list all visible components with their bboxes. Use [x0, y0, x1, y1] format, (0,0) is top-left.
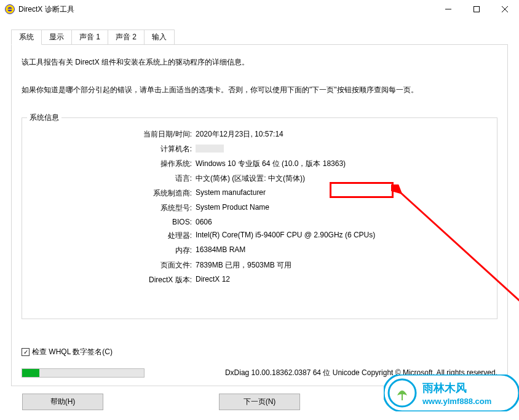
next-page-button[interactable]: 下一页(N) [219, 394, 300, 410]
svg-rect-4 [474, 7, 480, 12]
window-controls [434, 0, 519, 18]
tab-display[interactable]: 显示 [42, 30, 72, 44]
intro-text-2: 如果你知道是哪个部分引起的错误，请单击上面适当的选项卡。否则，你可以使用下面的"… [22, 85, 497, 95]
progress-bar [22, 368, 145, 378]
row-datetime: 当前日期/时间: 2020年12月23日, 10:57:14 [30, 129, 489, 140]
system-info-group: 系统信息 当前日期/时间: 2020年12月23日, 10:57:14 计算机名… [22, 117, 497, 319]
label-dxver: DirectX 版本: [30, 275, 196, 285]
intro-text-1: 该工具报告有关 DirectX 组件和安装在系统上的驱动程序的详细信息。 [22, 57, 497, 68]
label-datetime: 当前日期/时间: [30, 129, 196, 140]
close-button[interactable] [491, 0, 519, 18]
value-pagefile: 7839MB 已用，9503MB 可用 [196, 260, 489, 271]
value-model: System Product Name [196, 203, 489, 213]
value-os: Windows 10 专业版 64 位 (10.0，版本 18363) [196, 159, 489, 169]
value-datetime: 2020年12月23日, 10:57:14 [196, 129, 489, 140]
value-cpu: Intel(R) Core(TM) i5-9400F CPU @ 2.90GHz… [196, 231, 489, 241]
label-lang: 语言: [30, 173, 196, 184]
label-computername: 计算机名: [30, 144, 196, 154]
badge-url: www.ylmf888.com [422, 397, 491, 406]
label-cpu: 处理器: [30, 231, 196, 241]
tab-sound2[interactable]: 声音 2 [108, 30, 145, 44]
label-mfr: 系统制造商: [30, 188, 196, 199]
group-title: 系统信息 [27, 113, 61, 123]
row-model: 系统型号: System Product Name [30, 203, 489, 213]
window-title: DirectX 诊断工具 [18, 4, 74, 15]
row-computername: 计算机名: [30, 144, 489, 154]
tab-system[interactable]: 系统 [11, 30, 42, 45]
whql-checkbox[interactable]: ✓ 检查 WHQL 数字签名(C) [22, 347, 113, 357]
label-mem: 内存: [30, 245, 196, 256]
row-dxver: DirectX 版本: DirectX 12 [30, 275, 489, 285]
maximize-button[interactable] [462, 0, 491, 18]
label-pagefile: 页面文件: [30, 260, 196, 271]
title-bar: DirectX 诊断工具 [0, 0, 519, 18]
annotation-highlight [330, 182, 394, 198]
progress-fill [22, 369, 39, 377]
panel-system: 该工具报告有关 DirectX 组件和安装在系统上的驱动程序的详细信息。 如果你… [11, 44, 508, 386]
minimize-button[interactable] [434, 0, 462, 18]
row-lang: 语言: 中文(简体) (区域设置: 中文(简体)) [30, 173, 489, 184]
value-computername [196, 144, 489, 154]
row-os: 操作系统: Windows 10 专业版 64 位 (10.0，版本 18363… [30, 159, 489, 169]
row-pagefile: 页面文件: 7839MB 已用，9503MB 可用 [30, 260, 489, 271]
app-icon [5, 4, 15, 14]
row-bios: BIOS: 0606 [30, 218, 489, 226]
badge-brand: 雨林木风 [422, 382, 467, 394]
value-bios: 0606 [196, 218, 489, 226]
row-mem: 内存: 16384MB RAM [30, 245, 489, 256]
row-mfr: 系统制造商: System manufacturer [30, 188, 489, 199]
svg-rect-2 [6, 9, 14, 10]
tab-input[interactable]: 输入 [145, 30, 175, 44]
checkbox-icon: ✓ [22, 348, 30, 356]
watermark-badge: 雨林木风 www.ylmf888.com [384, 374, 519, 411]
redacted-block [196, 145, 224, 153]
label-model: 系统型号: [30, 203, 196, 213]
value-dxver: DirectX 12 [196, 275, 489, 285]
label-bios: BIOS: [30, 218, 196, 226]
label-os: 操作系统: [30, 159, 196, 169]
row-cpu: 处理器: Intel(R) Core(TM) i5-9400F CPU @ 2.… [30, 231, 489, 241]
tab-sound1[interactable]: 声音 1 [72, 30, 108, 44]
value-mem: 16384MB RAM [196, 245, 489, 256]
tab-bar: 系统 显示 声音 1 声音 2 输入 [11, 30, 508, 44]
help-button[interactable]: 帮助(H) [22, 394, 103, 410]
whql-label: 检查 WHQL 数字签名(C) [32, 347, 113, 357]
